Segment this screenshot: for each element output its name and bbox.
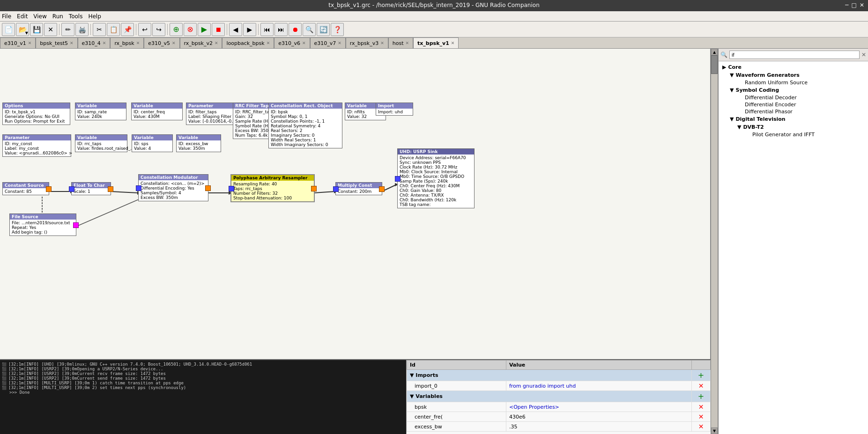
block-multiply-const[interactable]: Multiply Const Constant: 200m: [335, 182, 382, 195]
paste-button[interactable]: 📌: [121, 23, 134, 36]
save-button[interactable]: 💾: [30, 23, 43, 36]
menu-view[interactable]: View: [33, 13, 46, 20]
menu-help[interactable]: Help: [88, 13, 101, 20]
close-doc-button[interactable]: ✕: [44, 23, 57, 36]
block-file-source[interactable]: File Source File: ...ntern2019/source.tx…: [9, 213, 76, 236]
tab-e310-v7[interactable]: e310_v7 ✕: [310, 37, 346, 48]
tab-e310-v1[interactable]: e310_v1 ✕: [0, 37, 36, 48]
menu-tools[interactable]: Tools: [69, 13, 83, 20]
port-out-constellation-mod[interactable]: [205, 185, 211, 191]
disable-button[interactable]: ⊗: [184, 23, 197, 36]
tab-close-host[interactable]: ✕: [405, 41, 409, 45]
tree-leaf-diff-decoder[interactable]: Differential Decoder: [735, 94, 866, 101]
vscroll-thumb[interactable]: [711, 55, 718, 74]
search-input[interactable]: [729, 51, 860, 59]
port-out-constant[interactable]: [46, 186, 52, 192]
tab-close-e310-v5[interactable]: ✕: [172, 41, 176, 45]
tab-close-loopback-bpsk[interactable]: ✕: [267, 41, 270, 45]
tree-cat-dvbt2[interactable]: ▼ DVB-T2: [735, 123, 866, 131]
block-usrp-sink[interactable]: UHD: USRP Sink Device Address: serial=F6…: [397, 148, 475, 208]
play-button[interactable]: ▶: [198, 23, 211, 36]
tree-leaf-diff-phasor[interactable]: Differential Phasor: [735, 108, 866, 115]
copy-button[interactable]: 📋: [107, 23, 120, 36]
delete-bpsk-button[interactable]: ✕: [698, 403, 704, 411]
section-imports[interactable]: ▼ Imports: [407, 370, 692, 381]
print-button[interactable]: 🖨️: [75, 23, 89, 36]
block-variable-center-freq[interactable]: Variable ID: center_freq Value: 430M: [131, 103, 183, 120]
delete-excess-bw-button[interactable]: ✕: [698, 423, 704, 430]
tab-close-e310-v7[interactable]: ✕: [338, 41, 341, 45]
help-button[interactable]: ❓: [331, 23, 344, 36]
block-constellation-rect[interactable]: Constellation Rect. Object ID: bpsk Symb…: [268, 103, 342, 148]
vscroll-down[interactable]: ▼: [711, 427, 718, 434]
maximize-button[interactable]: □: [852, 2, 857, 8]
log-area[interactable]: ⬛ [32;1m[INFO] [UHD] [39;0mlinux; GNU C+…: [0, 360, 406, 434]
block-polyphase-resampler[interactable]: Polyphase Arbitrary Resampler Resampling…: [230, 174, 315, 202]
block-options[interactable]: Options ID: tx_bpsk_v1 Generate Options:…: [2, 103, 70, 125]
refresh-button[interactable]: 🔄: [317, 23, 330, 36]
port-in-usrp[interactable]: [395, 176, 401, 182]
tab-rx-bpsk-v3[interactable]: rx_bpsk_v3 ✕: [346, 37, 388, 48]
tree-cat-symbol-coding[interactable]: ▼ Symbol Coding: [728, 86, 866, 94]
delete-center-freq-button[interactable]: ✕: [698, 413, 704, 420]
tab-close-tx-bpsk-v1[interactable]: ✕: [451, 41, 455, 45]
block-variable-excess-bw[interactable]: Variable ID: excess_bw Value: 350m: [176, 134, 221, 152]
search-button[interactable]: 🔍: [303, 23, 316, 36]
tab-host[interactable]: host ✕: [388, 37, 413, 48]
forward-button[interactable]: ▶: [243, 23, 256, 36]
port-in-multiply[interactable]: [333, 186, 339, 192]
new-button[interactable]: 📄: [2, 23, 15, 36]
tab-close-rx-bpsk-v3[interactable]: ✕: [380, 41, 384, 45]
port-in-constellation-mod[interactable]: [136, 185, 141, 191]
edit-button[interactable]: ✏️: [61, 23, 74, 36]
redo-button[interactable]: ↪: [152, 23, 165, 36]
port-out-polyphase[interactable]: [311, 186, 317, 191]
tab-close-rx-bpsk[interactable]: ✕: [136, 41, 140, 45]
prop-value-excess-bw[interactable]: .35: [506, 422, 691, 432]
tree-cat-digital-tv[interactable]: ▼ Digital Television: [728, 115, 866, 123]
tab-rx-bpsk[interactable]: rx_bpsk ✕: [110, 37, 144, 48]
vscroll-bar[interactable]: ▲ ▼: [711, 49, 718, 434]
tab-rx-bpsk-v2[interactable]: rx_bpsk_v2 ✕: [180, 37, 223, 48]
record-button[interactable]: ⏺: [289, 23, 302, 36]
flowgraph[interactable]: Options ID: tx_bpsk_v1 Generate Options:…: [0, 49, 711, 359]
stop-button[interactable]: ⏹: [212, 23, 225, 36]
tab-close-rx-bpsk-v2[interactable]: ✕: [215, 41, 218, 45]
undo-button[interactable]: ↩: [138, 23, 151, 36]
open-button[interactable]: 📂▼: [16, 23, 29, 36]
block-constellation-modulator[interactable]: Constellation Modulator Constellation: <…: [138, 174, 208, 201]
back-button[interactable]: ◀: [229, 23, 242, 36]
close-button[interactable]: ✕: [860, 2, 864, 8]
tree-leaf-random-uniform[interactable]: Random Uniform Source: [735, 79, 866, 86]
tab-loopback-bpsk[interactable]: loopback_bpsk ✕: [222, 37, 274, 48]
tab-e310-v6[interactable]: e310_v6 ✕: [274, 37, 310, 48]
tree-cat-core[interactable]: ▶ Core: [720, 63, 866, 71]
rewind-button[interactable]: ⏮: [260, 23, 274, 36]
prop-value-import0[interactable]: from gnuradio import uhd: [506, 381, 691, 391]
delete-import0-button[interactable]: ✕: [698, 382, 704, 390]
add-variable-button[interactable]: +: [698, 392, 704, 401]
tab-e310-4[interactable]: e310_4 ✕: [78, 37, 111, 48]
block-import[interactable]: Import Import: uhd: [376, 103, 413, 116]
port-out-multiply[interactable]: [379, 186, 385, 192]
menu-edit[interactable]: Edit: [17, 13, 28, 20]
section-variables[interactable]: ▼ Variables: [407, 391, 692, 402]
port-out-float-char[interactable]: [108, 186, 113, 192]
vscroll-up[interactable]: ▲: [711, 49, 718, 55]
search-clear-icon[interactable]: ✕: [861, 51, 866, 58]
block-constant-source[interactable]: Constant Source Constant: 85: [2, 182, 49, 195]
tree-leaf-pilot-gen[interactable]: Pilot Generator and IFFT: [743, 131, 866, 138]
tab-close-bpsk-test5[interactable]: ✕: [70, 41, 74, 45]
menu-file[interactable]: File: [2, 13, 11, 20]
block-param-my-const[interactable]: Parameter ID: my_const Label: my_const V…: [2, 134, 71, 157]
port-out-file-source[interactable]: [73, 222, 79, 228]
vscroll-track[interactable]: [711, 55, 718, 427]
tab-tx-bpsk-v1[interactable]: tx_bpsk_v1 ✕: [413, 37, 459, 48]
block-variable-rrc-taps[interactable]: Variable ID: rrc_taps Value: firdes.root…: [75, 134, 127, 152]
tab-e310-v5[interactable]: e310_v5 ✕: [144, 37, 179, 48]
port-in-float-char[interactable]: [69, 186, 74, 192]
tree-cat-waveform[interactable]: ▼ Waveform Generators: [728, 71, 866, 79]
tab-close-e310-v6[interactable]: ✕: [302, 41, 306, 45]
block-variable-samp-rate[interactable]: Variable ID: samp_rate Value: 240k: [75, 103, 126, 120]
block-variable-sps[interactable]: Variable ID: sps Value: 4: [132, 134, 173, 152]
